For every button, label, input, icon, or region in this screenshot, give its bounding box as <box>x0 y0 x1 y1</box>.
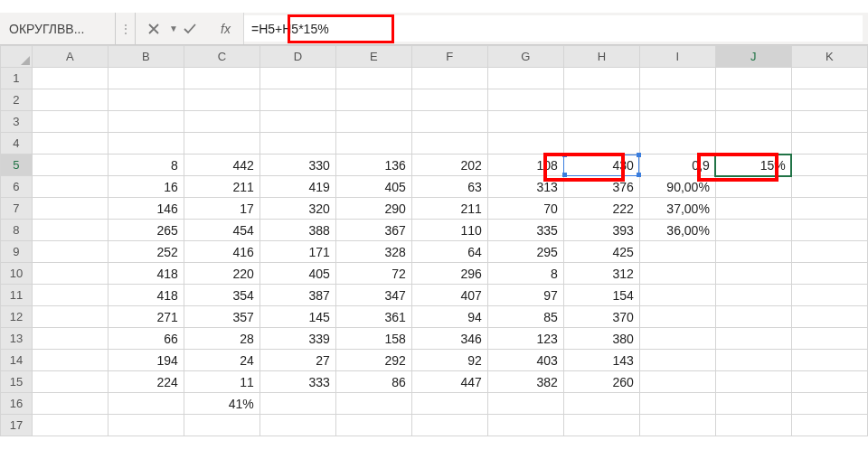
cell-D10[interactable]: 405 <box>259 263 335 285</box>
cell-E11[interactable]: 347 <box>335 285 411 306</box>
row-header-10[interactable]: 10 <box>1 263 33 285</box>
cell-E2[interactable] <box>335 89 411 111</box>
cell-I17[interactable] <box>639 415 715 436</box>
row-header-2[interactable]: 2 <box>1 89 33 111</box>
cell-K16[interactable] <box>791 393 867 415</box>
cell-D5[interactable]: 330 <box>259 155 335 176</box>
cell-G12[interactable]: 85 <box>487 306 563 328</box>
cell-K10[interactable] <box>791 263 867 285</box>
cell-J2[interactable] <box>715 89 791 111</box>
cell-F5[interactable]: 202 <box>411 155 487 176</box>
cell-H15[interactable]: 260 <box>563 371 639 393</box>
cell-B11[interactable]: 418 <box>108 285 184 306</box>
cell-C12[interactable]: 357 <box>184 306 259 328</box>
row-header-4[interactable]: 4 <box>1 133 33 155</box>
cell-F10[interactable]: 296 <box>411 263 487 285</box>
cell-H7[interactable]: 222 <box>563 198 639 220</box>
cell-I7[interactable]: 37,00% <box>639 198 715 220</box>
cell-A9[interactable] <box>32 241 108 263</box>
cell-D2[interactable] <box>259 89 335 111</box>
cell-B10[interactable]: 418 <box>108 263 184 285</box>
cell-D12[interactable]: 145 <box>259 306 335 328</box>
cell-C16[interactable]: 41% <box>184 393 259 415</box>
col-header-F[interactable]: F <box>411 46 487 68</box>
cell-D3[interactable] <box>259 111 335 133</box>
cell-B2[interactable] <box>108 89 184 111</box>
cell-F16[interactable] <box>411 393 487 415</box>
grid-table[interactable]: A B C D E F G H I J K 123458442330136202… <box>0 45 868 436</box>
cell-F15[interactable]: 447 <box>411 371 487 393</box>
cell-B14[interactable]: 194 <box>108 350 184 371</box>
cell-D13[interactable]: 339 <box>259 328 335 350</box>
cell-J12[interactable] <box>715 306 791 328</box>
cell-J15[interactable] <box>715 371 791 393</box>
cell-B8[interactable]: 265 <box>108 220 184 241</box>
cell-E1[interactable] <box>335 68 411 89</box>
col-header-C[interactable]: C <box>184 46 259 68</box>
row-header-13[interactable]: 13 <box>1 328 33 350</box>
spreadsheet-grid[interactable]: A B C D E F G H I J K 123458442330136202… <box>0 45 868 459</box>
cell-A7[interactable] <box>32 198 108 220</box>
cell-G16[interactable] <box>487 393 563 415</box>
cell-H2[interactable] <box>563 89 639 111</box>
cell-D6[interactable]: 419 <box>259 176 335 198</box>
col-header-J[interactable]: J <box>715 46 791 68</box>
cell-H5[interactable]: 430 <box>563 155 639 176</box>
cell-D1[interactable] <box>259 68 335 89</box>
cell-C17[interactable] <box>184 415 259 436</box>
cell-A17[interactable] <box>32 415 108 436</box>
cell-J4[interactable] <box>715 133 791 155</box>
cell-I3[interactable] <box>639 111 715 133</box>
row-header-15[interactable]: 15 <box>1 371 33 393</box>
row-header-12[interactable]: 12 <box>1 306 33 328</box>
cell-B12[interactable]: 271 <box>108 306 184 328</box>
cell-G15[interactable]: 382 <box>487 371 563 393</box>
cancel-formula-button[interactable] <box>136 13 172 44</box>
col-header-H[interactable]: H <box>563 46 639 68</box>
cell-C10[interactable]: 220 <box>184 263 259 285</box>
row-header-8[interactable]: 8 <box>1 220 33 241</box>
cell-B7[interactable]: 146 <box>108 198 184 220</box>
col-header-G[interactable]: G <box>487 46 563 68</box>
cell-F3[interactable] <box>411 111 487 133</box>
cell-J17[interactable] <box>715 415 791 436</box>
cell-E17[interactable] <box>335 415 411 436</box>
cell-I2[interactable] <box>639 89 715 111</box>
cell-F17[interactable] <box>411 415 487 436</box>
cell-B4[interactable] <box>108 133 184 155</box>
cell-I4[interactable] <box>639 133 715 155</box>
cell-G3[interactable] <box>487 111 563 133</box>
cell-I16[interactable] <box>639 393 715 415</box>
cell-C4[interactable] <box>184 133 259 155</box>
row-header-16[interactable]: 16 <box>1 393 33 415</box>
cell-B13[interactable]: 66 <box>108 328 184 350</box>
cell-J13[interactable] <box>715 328 791 350</box>
cell-I11[interactable] <box>639 285 715 306</box>
cell-A16[interactable] <box>32 393 108 415</box>
cell-A2[interactable] <box>32 89 108 111</box>
cell-A3[interactable] <box>32 111 108 133</box>
cell-C13[interactable]: 28 <box>184 328 259 350</box>
enter-formula-button[interactable] <box>172 13 208 44</box>
cell-C15[interactable]: 11 <box>184 371 259 393</box>
cell-D16[interactable] <box>259 393 335 415</box>
row-header-17[interactable]: 17 <box>1 415 33 436</box>
cell-D4[interactable] <box>259 133 335 155</box>
cell-H1[interactable] <box>563 68 639 89</box>
cell-A1[interactable] <box>32 68 108 89</box>
cell-G1[interactable] <box>487 68 563 89</box>
col-header-D[interactable]: D <box>259 46 335 68</box>
cell-J1[interactable] <box>715 68 791 89</box>
cell-A8[interactable] <box>32 220 108 241</box>
cell-A5[interactable] <box>32 155 108 176</box>
cell-C6[interactable]: 211 <box>184 176 259 198</box>
cell-B17[interactable] <box>108 415 184 436</box>
cell-H12[interactable]: 370 <box>563 306 639 328</box>
cell-J7[interactable] <box>715 198 791 220</box>
cell-F13[interactable]: 346 <box>411 328 487 350</box>
insert-function-button[interactable]: fx <box>208 13 244 44</box>
cell-K3[interactable] <box>791 111 867 133</box>
row-header-7[interactable]: 7 <box>1 198 33 220</box>
cell-C3[interactable] <box>184 111 259 133</box>
cell-E8[interactable]: 367 <box>335 220 411 241</box>
